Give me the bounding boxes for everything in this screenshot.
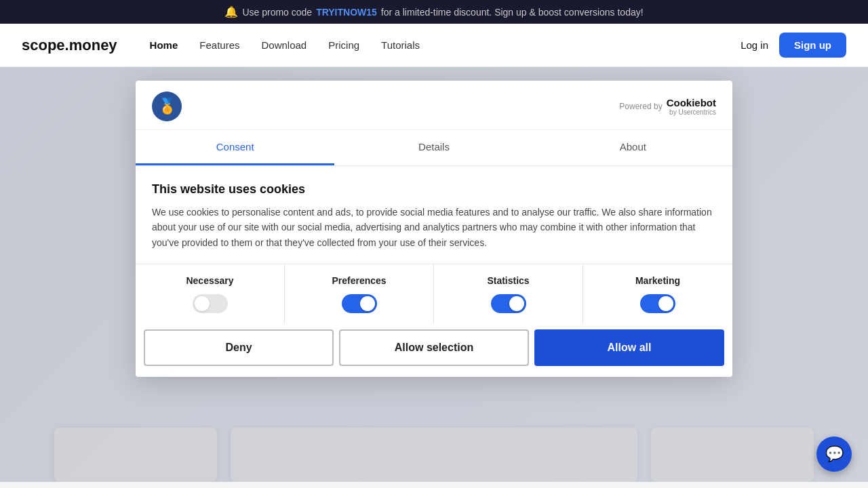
category-statistics-label: Statistics [487,275,529,286]
promo-text-after: for a limited-time discount. Sign up & b… [381,7,644,18]
toggle-statistics[interactable] [491,294,526,313]
nav-pricing[interactable]: Pricing [328,39,359,51]
nav-features[interactable]: Features [199,39,239,51]
promo-bar: 🔔 Use promo code TRYITNOW15 for a limite… [0,0,868,24]
promo-code-link[interactable]: TRYITNOW15 [316,7,377,18]
toggle-marketing-knob [658,296,673,311]
allow-all-button[interactable]: Allow all [534,329,724,366]
category-preferences-label: Preferences [332,275,386,286]
chat-icon: 💬 [825,445,844,463]
allow-selection-button[interactable]: Allow selection [339,329,529,366]
tab-details[interactable]: Details [334,130,533,165]
toggle-preferences[interactable] [342,294,377,313]
toggle-marketing[interactable] [640,294,675,313]
chat-button[interactable]: 💬 [816,436,852,472]
category-statistics: Statistics [434,264,583,324]
deny-button[interactable]: Deny [144,329,334,366]
header: scope.money Home Features Download Prici… [0,24,868,67]
powered-by-text: Powered by [619,102,662,111]
promo-icon: 🔔 [224,5,238,18]
category-marketing-label: Marketing [635,275,680,286]
main-nav: Home Features Download Pricing Tutorials [150,39,741,51]
nav-download[interactable]: Download [262,39,307,51]
header-actions: Log in Sign up [741,33,846,58]
toggle-necessary [193,294,228,313]
nav-tutorials[interactable]: Tutorials [381,39,420,51]
category-necessary-label: Necessary [186,275,233,286]
toggle-preferences-knob [360,296,375,311]
cookie-consent-modal: 🏅 Powered by Cookiebot by Usercentrics C… [136,81,732,377]
modal-tabs: Consent Details About [136,130,732,166]
cookiebot-name: Cookiebot [667,97,716,108]
signup-button[interactable]: Sign up [779,33,846,58]
cookiebot-brand: Cookiebot by Usercentrics [667,97,716,116]
tab-consent[interactable]: Consent [136,130,334,165]
modal-header: 🏅 Powered by Cookiebot by Usercentrics [136,81,732,130]
category-necessary: Necessary [136,264,285,324]
powered-by-section: Powered by Cookiebot by Usercentrics [619,97,716,116]
logo[interactable]: scope.money [22,37,117,54]
login-button[interactable]: Log in [741,39,768,51]
modal-actions: Deny Allow selection Allow all [136,324,732,377]
tab-about[interactable]: About [534,130,732,165]
modal-title: This website uses cookies [152,182,716,197]
category-marketing: Marketing [583,264,732,324]
toggle-statistics-knob [509,296,524,311]
toggle-necessary-knob [195,296,210,311]
nav-home[interactable]: Home [150,39,178,51]
modal-brand-logo: 🏅 [152,92,182,121]
cookiebot-sub: by Usercentrics [669,108,716,116]
promo-text-before: Use promo code [242,7,312,18]
modal-body: This website uses cookies We use cookies… [136,166,732,250]
modal-description: We use cookies to personalise content an… [152,205,716,250]
page-background: 🏅 Powered by Cookiebot by Usercentrics C… [0,67,868,482]
cookie-categories: Necessary Preferences Statistics Marketi… [136,264,732,324]
category-preferences: Preferences [285,264,434,324]
